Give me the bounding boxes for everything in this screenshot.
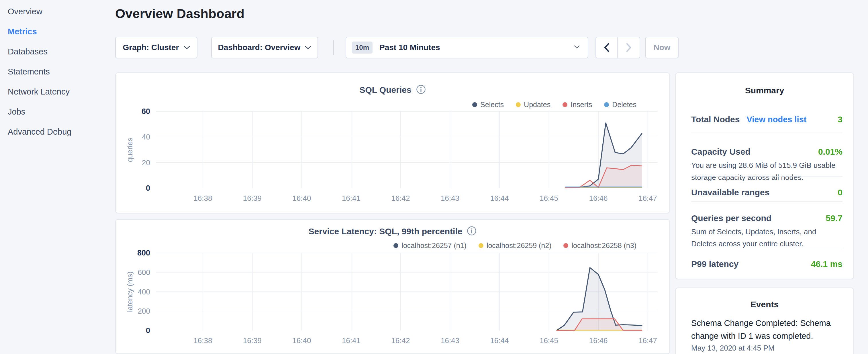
svg-text:16:41: 16:41 <box>342 336 361 345</box>
svg-text:16:38: 16:38 <box>193 336 212 345</box>
summary-row-queries-per-second: Queries per second 59.7 <box>691 213 842 223</box>
summary-row-unavailable-ranges: Unavailable ranges 0 <box>691 188 842 197</box>
next-time-button[interactable] <box>618 37 640 58</box>
svg-text:16:46: 16:46 <box>589 194 608 202</box>
svg-text:16:45: 16:45 <box>539 336 558 345</box>
svg-text:16:43: 16:43 <box>441 194 459 202</box>
sql-queries-card: SQL Queries Selects Updates Inserts Dele… <box>115 72 670 213</box>
summary-description: Sum of Selects, Updates, Inserts, and De… <box>691 226 842 250</box>
event-timestamp: May 13, 2020 at 4:45 PM <box>691 344 775 353</box>
sidebar-item-overview[interactable]: Overview <box>8 5 42 18</box>
summary-description: You are using 28.6 MiB of 515.9 GiB usab… <box>691 159 842 183</box>
svg-text:16:41: 16:41 <box>342 194 361 202</box>
svg-text:600: 600 <box>138 268 150 277</box>
chevron-down-icon <box>184 45 190 50</box>
summary-row-total-nodes: Total Nodes View nodes list 3 <box>691 115 842 124</box>
svg-text:400: 400 <box>138 288 150 296</box>
dashboard-dropdown[interactable]: Dashboard: Overview <box>211 37 318 58</box>
svg-text:16:47: 16:47 <box>639 194 657 202</box>
event-message: Schema Change Completed: Schema change w… <box>691 317 840 343</box>
summary-value: 46.1 ms <box>811 259 842 269</box>
svg-text:16:40: 16:40 <box>292 336 311 345</box>
now-button[interactable]: Now <box>645 37 679 58</box>
svg-text:200: 200 <box>138 307 150 315</box>
summary-label: Queries per second <box>691 213 771 223</box>
time-range-label: Past 10 Minutes <box>379 43 574 52</box>
sidebar-item-jobs[interactable]: Jobs <box>8 105 25 118</box>
svg-text:16:42: 16:42 <box>391 336 410 345</box>
svg-text:16:42: 16:42 <box>391 194 410 202</box>
view-nodes-list-link[interactable]: View nodes list <box>746 115 806 124</box>
divider <box>691 201 842 202</box>
svg-text:16:40: 16:40 <box>292 194 311 202</box>
time-range-dropdown[interactable]: 10m Past 10 Minutes <box>346 37 588 58</box>
chevron-down-icon <box>574 45 580 50</box>
svg-text:16:39: 16:39 <box>243 336 261 345</box>
svg-text:16:38: 16:38 <box>193 194 212 202</box>
graph-dropdown-label: Graph: Cluster <box>123 43 179 52</box>
divider <box>691 176 842 177</box>
page-title: Overview Dashboard <box>115 6 244 21</box>
svg-text:800: 800 <box>137 249 150 257</box>
sidebar-item-network-latency[interactable]: Network Latency <box>8 85 70 98</box>
summary-row-capacity: Capacity Used 0.01% <box>691 147 842 157</box>
svg-text:latency (ms): latency (ms) <box>125 271 134 312</box>
summary-label: Unavailable ranges <box>691 188 769 197</box>
summary-value: 0 <box>838 188 842 197</box>
events-heading: Events <box>676 299 854 309</box>
chevron-right-icon <box>626 43 631 52</box>
toolbar-divider <box>333 40 334 55</box>
summary-value: 0.01% <box>818 147 842 157</box>
dashboard-dropdown-label: Dashboard: Overview <box>218 43 301 52</box>
summary-label: Capacity Used <box>691 147 750 157</box>
chevron-down-icon <box>305 45 311 50</box>
divider <box>691 248 842 248</box>
chevron-left-icon <box>604 43 610 52</box>
svg-text:16:46: 16:46 <box>589 336 608 345</box>
svg-text:16:47: 16:47 <box>639 336 657 345</box>
svg-text:0: 0 <box>146 326 150 335</box>
svg-text:16:39: 16:39 <box>243 194 261 202</box>
sidebar-item-statements[interactable]: Statements <box>8 65 50 78</box>
sidebar-item-advanced-debug[interactable]: Advanced Debug <box>8 125 72 138</box>
svg-text:queries: queries <box>125 137 134 162</box>
svg-text:16:43: 16:43 <box>441 336 459 345</box>
sidebar-item-databases[interactable]: Databases <box>8 45 48 58</box>
svg-text:16:45: 16:45 <box>539 194 558 202</box>
time-step-buttons <box>595 37 640 58</box>
sql-queries-plot[interactable]: 16:3816:3916:4016:4116:4216:4316:4416:45… <box>116 73 671 214</box>
summary-heading: Summary <box>676 86 854 95</box>
svg-text:60: 60 <box>142 107 150 116</box>
svg-text:20: 20 <box>142 158 150 167</box>
summary-value: 59.7 <box>826 213 842 223</box>
summary-label: P99 latency <box>691 259 739 269</box>
service-latency-plot[interactable]: 16:3816:3916:4016:4116:4216:4316:4416:45… <box>116 220 671 354</box>
sidebar-item-metrics[interactable]: Metrics <box>8 25 37 38</box>
now-button-label: Now <box>653 43 670 52</box>
svg-text:40: 40 <box>142 133 150 141</box>
divider <box>691 133 842 133</box>
previous-time-button[interactable] <box>596 37 618 58</box>
svg-text:0: 0 <box>146 184 150 192</box>
svg-text:16:44: 16:44 <box>490 194 509 202</box>
service-latency-card: Service Latency: SQL, 99th percentile lo… <box>115 219 670 354</box>
events-panel: Events Schema Change Completed: Schema c… <box>675 288 854 354</box>
graph-dropdown[interactable]: Graph: Cluster <box>115 37 197 58</box>
summary-row-p99-latency: P99 latency 46.1 ms <box>691 259 842 269</box>
svg-text:16:44: 16:44 <box>490 336 509 345</box>
summary-value: 3 <box>838 115 842 124</box>
summary-label: Total Nodes <box>691 115 740 124</box>
summary-panel: Summary Total Nodes View nodes list 3 Ca… <box>675 72 854 279</box>
time-range-badge: 10m <box>352 41 373 54</box>
